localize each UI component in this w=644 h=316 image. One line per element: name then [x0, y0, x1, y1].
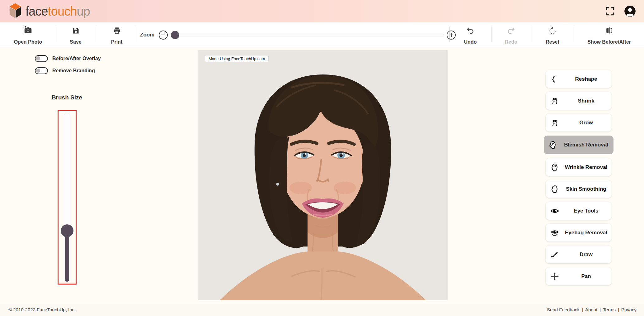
show-before-after-label: Show Before/After: [587, 39, 631, 45]
photo-canvas[interactable]: Made Using FaceTouchUp.com: [198, 50, 448, 300]
draw-icon: [546, 250, 564, 259]
copyright-text: © 2010-2022 FaceTouchUp, Inc.: [8, 307, 76, 312]
tool-button-grow[interactable]: Grow: [546, 114, 612, 132]
tool-button-skin-smoothing[interactable]: Skin Smoothing: [546, 180, 612, 198]
open-photo-label: Open Photo: [14, 39, 42, 45]
footer-separator: |: [599, 307, 601, 312]
undo-button[interactable]: Undo: [456, 25, 484, 45]
zoom-slider-track[interactable]: [170, 34, 444, 36]
tool-label: Skin Smoothing: [564, 186, 612, 192]
eye-tools-icon: [546, 206, 564, 216]
save-button[interactable]: Save: [62, 25, 90, 45]
redo-icon: [507, 25, 515, 35]
logo-wordmark: facetouchup: [26, 4, 90, 18]
before-after-overlay-toggle-row[interactable]: Before/After Overlay: [35, 55, 101, 62]
portrait-photo: [198, 50, 448, 300]
footer-links: Send Feedback | About | Terms | Privacy: [547, 307, 637, 312]
tool-label: Blemish Removal: [562, 142, 613, 148]
shrink-icon: [546, 97, 564, 105]
footer-link-terms[interactable]: Terms: [603, 307, 616, 312]
print-label: Print: [111, 39, 122, 45]
facetouchup-app: facetouchup: [0, 0, 644, 316]
eyebag-removal-icon: [546, 228, 564, 237]
footer-link-send-feedback[interactable]: Send Feedback: [547, 307, 580, 312]
tool-label: Pan: [564, 273, 612, 280]
before-after-overlay-toggle[interactable]: [35, 55, 48, 62]
reset-button[interactable]: Reset: [538, 25, 566, 45]
toggle-knob: [36, 56, 40, 60]
toolbar-separator: [136, 27, 136, 42]
tool-label: Grow: [564, 120, 612, 126]
logo-text-touch: touch: [48, 4, 77, 18]
tool-button-eyebag-removal[interactable]: Eyebag Removal: [546, 224, 612, 242]
footer-separator: |: [618, 307, 619, 312]
footer-separator: |: [582, 307, 583, 312]
tool-label: Eyebag Removal: [564, 230, 612, 236]
remove-branding-toggle[interactable]: [35, 67, 48, 74]
fullscreen-icon[interactable]: [604, 5, 616, 17]
tool-button-draw[interactable]: Draw: [546, 246, 612, 263]
app-header: facetouchup: [0, 0, 644, 22]
before-after-overlay-label: Before/After Overlay: [52, 56, 101, 61]
zoom-label: Zoom: [140, 32, 154, 38]
logo-cube-icon: [8, 3, 22, 20]
tool-label: Eye Tools: [564, 208, 612, 214]
toolbar-separator: [532, 27, 532, 42]
tool-label: Wrinkle Removal: [564, 164, 612, 170]
zoom-slider-knob[interactable]: [171, 31, 179, 39]
reset-icon: [548, 25, 557, 35]
wrinkle-removal-icon: [546, 163, 564, 172]
toolbar-separator: [97, 27, 97, 42]
save-label: Save: [70, 39, 81, 45]
tool-button-reshape[interactable]: Reshape: [546, 70, 612, 88]
undo-icon: [466, 25, 475, 35]
open-photo-icon: [23, 25, 33, 35]
logo-text-up: up: [77, 4, 90, 18]
toolbar-separator: [575, 27, 575, 42]
redo-button[interactable]: Redo: [497, 25, 525, 45]
account-icon[interactable]: [624, 5, 636, 17]
toggle-knob: [36, 69, 40, 73]
skin-smoothing-icon: [546, 185, 564, 194]
zoom-in-button[interactable]: [447, 31, 456, 40]
tool-button-eye-tools[interactable]: Eye Tools: [546, 202, 612, 220]
blemish-removal-icon: [544, 141, 562, 149]
remove-branding-toggle-row[interactable]: Remove Branding: [35, 67, 95, 74]
facetouchup-logo[interactable]: facetouchup: [8, 3, 90, 20]
print-icon: [113, 25, 121, 35]
pan-icon: [546, 272, 564, 281]
watermark-badge: Made Using FaceTouchUp.com: [205, 55, 269, 62]
tool-button-blemish-removal[interactable]: Blemish Removal: [544, 136, 613, 154]
brush-size-knob[interactable]: [61, 224, 73, 237]
save-icon: [72, 25, 80, 35]
reset-label: Reset: [546, 39, 559, 45]
tool-label: Reshape: [564, 76, 612, 82]
footer-link-privacy[interactable]: Privacy: [621, 307, 637, 312]
print-button[interactable]: Print: [103, 25, 131, 45]
footer-link-about[interactable]: About: [585, 307, 597, 312]
toolbar-separator: [55, 27, 55, 42]
reshape-icon: [546, 75, 564, 83]
tool-button-pan[interactable]: Pan: [546, 267, 612, 285]
toolbar-separator: [491, 27, 491, 42]
tool-label: Draw: [564, 251, 612, 258]
brush-size-fill: [65, 231, 69, 282]
header-actions: [604, 0, 636, 22]
open-photo-button[interactable]: Open Photo: [11, 25, 45, 45]
zoom-out-button[interactable]: [159, 31, 168, 40]
brush-size-slider[interactable]: [58, 110, 77, 285]
tool-button-shrink[interactable]: Shrink: [546, 92, 612, 110]
app-footer: © 2010-2022 FaceTouchUp, Inc. Send Feedb…: [0, 303, 644, 316]
tool-button-wrinkle-removal[interactable]: Wrinkle Removal: [546, 158, 612, 176]
zoom-slider: [170, 31, 444, 40]
logo-text-face: face: [26, 4, 48, 18]
brush-size-title: Brush Size: [37, 94, 96, 101]
tool-panel: Reshape Shrink: [546, 70, 612, 289]
remove-branding-label: Remove Branding: [52, 68, 95, 74]
show-before-after-icon: [605, 25, 613, 35]
show-before-after-button[interactable]: Show Before/After: [581, 25, 637, 45]
editor-toolbar: Open Photo Save: [0, 22, 644, 47]
tool-label: Shrink: [564, 98, 612, 104]
undo-label: Undo: [464, 39, 477, 45]
zoom-control: Zoom: [140, 22, 456, 47]
